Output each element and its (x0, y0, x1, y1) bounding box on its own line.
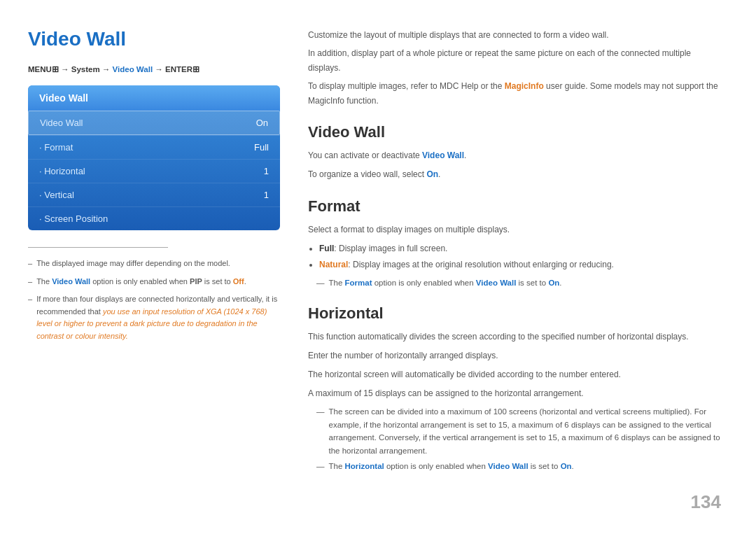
intro-line-2: In addition, display part of a whole pic… (308, 46, 721, 75)
breadcrumb-highlight: Video Wall (113, 65, 153, 73)
left-column: Video Wall MENU⊞ → System → Video Wall →… (28, 28, 280, 506)
section-body-horizontal-4: A maximum of 15 displays can be assigned… (308, 386, 721, 401)
intro-line-3: To display multiple images, refer to MDC… (308, 79, 721, 108)
menu-item-format-label: · Format (39, 142, 73, 153)
menu-item-screenposition[interactable]: · Screen Position (28, 206, 280, 230)
menu-item-vertical-value: 1 (264, 190, 269, 200)
menu-item-videowall[interactable]: Video Wall On (28, 111, 280, 135)
menu-item-format-value: Full (254, 142, 269, 153)
page-title: Video Wall (28, 28, 280, 50)
note-1: – The displayed image may differ dependi… (28, 258, 280, 270)
bullet-natural: Natural: Display images at the original … (319, 258, 721, 272)
intro-line-1: Customize the layout of multiple display… (308, 28, 721, 42)
section-body-horizontal-1: This function automatically divides the … (308, 330, 721, 344)
menu-item-horizontal-label: · Horizontal (39, 166, 85, 176)
note-3: – If more than four displays are connect… (28, 293, 280, 342)
format-bullet-list: Full: Display images in full screen. Nat… (319, 241, 721, 272)
menu-item-screenposition-label: · Screen Position (39, 213, 108, 224)
menu-item-videowall-value: On (256, 118, 268, 128)
bullet-full: Full: Display images in full screen. (319, 241, 721, 256)
menu-item-horizontal[interactable]: · Horizontal 1 (28, 159, 280, 183)
section-body-horizontal-3: The horizontal screen will automatically… (308, 367, 721, 382)
horizontal-extra-note: ― The screen can be divided into a maxim… (308, 405, 721, 457)
breadcrumb-text: MENU⊞ → System → Video Wall → ENTER⊞ (28, 65, 200, 73)
divider (28, 247, 168, 248)
right-column: Customize the layout of multiple display… (308, 28, 721, 506)
section-body-videowall-1: You can activate or deactivate Video Wal… (308, 148, 721, 163)
menu-item-vertical-label: · Vertical (39, 190, 74, 200)
note-2: – The Video Wall option is only enabled … (28, 276, 280, 288)
section-title-format: Format (308, 197, 721, 216)
section-title-videowall: Video Wall (308, 123, 721, 141)
menu-box: Video Wall Video Wall On · Format Full ·… (28, 85, 280, 230)
menu-item-format[interactable]: · Format Full (28, 135, 280, 159)
menu-item-videowall-label: Video Wall (40, 118, 83, 128)
breadcrumb: MENU⊞ → System → Video Wall → ENTER⊞ (28, 64, 280, 74)
page-number: 134 (691, 491, 721, 513)
format-note: ― The Format option is only enabled when… (308, 276, 721, 289)
notes-section: – The displayed image may differ dependi… (28, 258, 280, 343)
section-body-format-1: Select a format to display images on mul… (308, 223, 721, 237)
section-title-horizontal: Horizontal (308, 304, 721, 323)
menu-header: Video Wall (28, 85, 280, 111)
horizontal-note: ― The Horizontal option is only enabled … (308, 460, 721, 472)
section-body-horizontal-2: Enter the number of horizontally arrange… (308, 349, 721, 363)
menu-item-vertical[interactable]: · Vertical 1 (28, 183, 280, 206)
section-body-videowall-2: To organize a video wall, select On. (308, 167, 721, 182)
menu-item-horizontal-value: 1 (264, 166, 269, 176)
